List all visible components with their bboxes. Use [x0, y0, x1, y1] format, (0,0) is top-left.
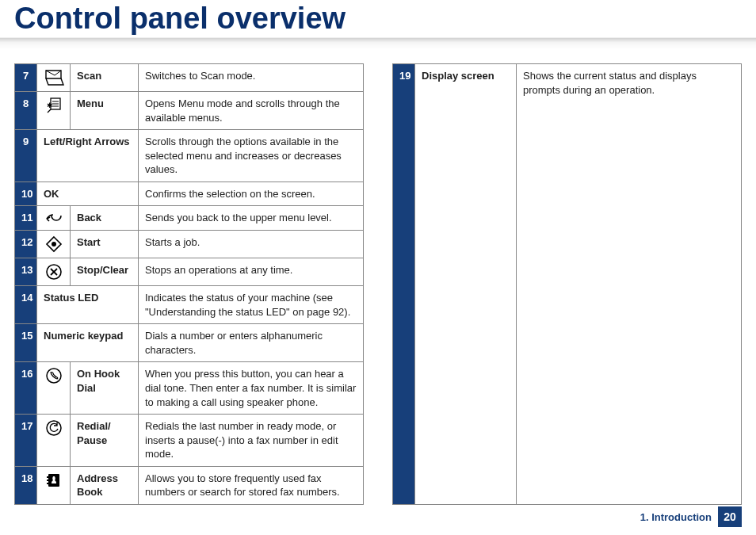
row-number: 9: [15, 130, 37, 182]
row-desc: Dials a number or enters alphanumeric ch…: [139, 324, 364, 362]
table-row: 19 Display screen Shows the current stat…: [393, 64, 742, 505]
title-bar: Control panel overview: [0, 0, 756, 36]
row-desc: Redials the last number in ready mode, o…: [139, 415, 364, 467]
row-name: Scan: [71, 64, 139, 92]
row-desc: Allows you to store frequently used fax …: [139, 466, 364, 504]
table-row: 16 On Hook Dial When you press this butt…: [15, 362, 364, 415]
row-desc: Confirms the selection on the screen.: [139, 182, 364, 206]
menu-icon: ✱: [37, 92, 71, 130]
row-name: Numeric keypad: [37, 324, 139, 362]
table-row: 13 Stop/Clear Stops an operations at any…: [15, 258, 364, 286]
row-name: On Hook Dial: [71, 362, 139, 415]
row-number: 17: [15, 415, 37, 467]
row-name: Back: [71, 206, 139, 231]
row-desc: Shows the current status and displays pr…: [517, 64, 742, 505]
stop-icon: [37, 258, 71, 286]
footer: 1. Introduction 20: [640, 506, 742, 527]
row-desc: Stops an operations at any time.: [139, 258, 364, 286]
row-number: 15: [15, 324, 37, 362]
control-panel-table-left: 7 Scan Switches to Scan mode. 8: [14, 63, 364, 505]
table-row: 8 ✱ Menu Opens Menu mode and scrolls thr…: [15, 92, 364, 130]
svg-rect-14: [47, 483, 49, 484]
page-title: Control panel overview: [14, 0, 756, 36]
table-row: 9 Left/Right Arrows Scrolls through the …: [15, 130, 364, 182]
row-number: 7: [15, 64, 37, 92]
table-row: 10 OK Confirms the selection on the scre…: [15, 182, 364, 206]
onhook-icon: [37, 362, 71, 415]
page: Control panel overview 7: [0, 0, 756, 535]
table-row: 11 Back Sends you back to the upper menu…: [15, 206, 364, 231]
row-name: Start: [71, 231, 139, 258]
table-row: 14 Status LED Indicates the status of yo…: [15, 286, 364, 324]
row-desc: Indicates the status of your machine (se…: [139, 286, 364, 324]
page-number: 20: [718, 506, 742, 527]
table-row: 15 Numeric keypad Dials a number or ente…: [15, 324, 364, 362]
row-number: 11: [15, 206, 37, 231]
row-name: Display screen: [415, 64, 517, 505]
row-name: Menu: [71, 92, 139, 130]
row-desc: Scrolls through the options available in…: [139, 130, 364, 182]
row-number: 13: [15, 258, 37, 286]
content: 7 Scan Switches to Scan mode. 8: [0, 49, 756, 505]
row-name: Left/Right Arrows: [37, 130, 139, 182]
row-name: Status LED: [37, 286, 139, 324]
row-number: 19: [393, 64, 415, 505]
scan-icon: [37, 64, 71, 92]
svg-rect-12: [47, 476, 49, 478]
redial-icon: [37, 415, 71, 467]
title-shadow: [0, 37, 756, 49]
row-desc: Sends you back to the upper menu level.: [139, 206, 364, 231]
back-icon: [37, 206, 71, 231]
row-number: 10: [15, 182, 37, 206]
table-row: 17 Redial/ Pause Redials the last number…: [15, 415, 364, 467]
svg-point-9: [47, 369, 61, 383]
row-name: Address Book: [71, 466, 139, 504]
row-name: OK: [37, 182, 139, 206]
row-name: Stop/Clear: [71, 258, 139, 286]
row-number: 8: [15, 92, 37, 130]
row-desc: Switches to Scan mode.: [139, 64, 364, 92]
control-panel-table-right: 19 Display screen Shows the current stat…: [392, 63, 742, 505]
row-desc: When you press this button, you can hear…: [139, 362, 364, 415]
address-icon: [37, 466, 71, 504]
svg-point-5: [52, 242, 56, 246]
svg-text:✱: ✱: [47, 101, 53, 109]
row-number: 14: [15, 286, 37, 324]
row-desc: Starts a job.: [139, 231, 364, 258]
row-name: Redial/ Pause: [71, 415, 139, 467]
row-number: 16: [15, 362, 37, 415]
row-number: 12: [15, 231, 37, 258]
svg-point-10: [47, 421, 61, 435]
table-row: 12 Start Starts a job.: [15, 231, 364, 258]
row-number: 18: [15, 466, 37, 504]
svg-rect-13: [47, 480, 49, 481]
start-icon: [37, 231, 71, 258]
table-row: 18 Address Book Allows you to store freq…: [15, 466, 364, 504]
row-desc: Opens Menu mode and scrolls through the …: [139, 92, 364, 130]
chapter-label: 1. Introduction: [640, 511, 712, 523]
table-row: 7 Scan Switches to Scan mode.: [15, 64, 364, 92]
